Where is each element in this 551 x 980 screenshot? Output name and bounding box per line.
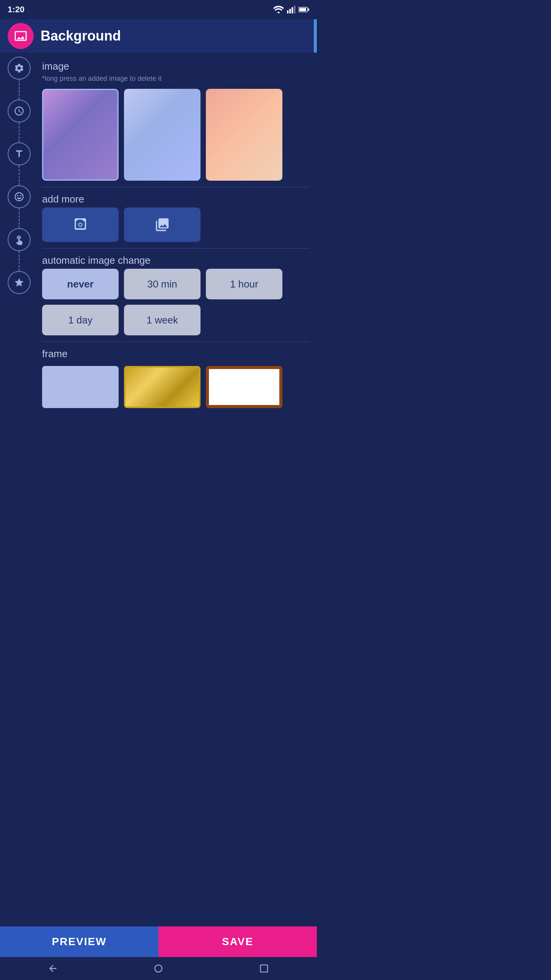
auto-change-title: automatic image change xyxy=(42,255,309,266)
svg-rect-0 xyxy=(287,10,289,13)
svg-rect-2 xyxy=(292,7,293,13)
image-grid xyxy=(42,89,309,181)
divider-1 xyxy=(42,187,309,187)
sidebar-item-text[interactable] xyxy=(8,142,31,165)
svg-rect-1 xyxy=(289,9,291,13)
frame-title: frame xyxy=(42,348,309,360)
interval-1day[interactable]: 1 day xyxy=(42,305,119,335)
interval-1hour[interactable]: 1 hour xyxy=(206,269,282,299)
sidebar xyxy=(0,53,38,469)
image-section-subtitle: *long press an added image to delete it xyxy=(42,75,309,83)
interval-1week[interactable]: 1 week xyxy=(124,305,201,335)
interval-never[interactable]: never xyxy=(42,269,119,299)
image-thumb-purple[interactable] xyxy=(42,89,119,181)
sidebar-item-emoji[interactable] xyxy=(8,185,31,208)
connector-1 xyxy=(19,80,20,100)
gallery-button[interactable] xyxy=(124,207,201,242)
svg-rect-3 xyxy=(294,6,295,13)
gallery-icon xyxy=(155,217,170,232)
divider-3 xyxy=(42,341,309,342)
page-title: Background xyxy=(41,28,121,44)
divider-2 xyxy=(42,248,309,248)
svg-rect-5 xyxy=(308,8,309,11)
frame-gold[interactable] xyxy=(124,366,201,408)
svg-rect-6 xyxy=(299,8,306,11)
emoji-icon xyxy=(14,191,24,202)
signal-icon xyxy=(287,6,295,13)
sidebar-item-clock[interactable] xyxy=(8,100,31,122)
frame-grid xyxy=(42,366,309,408)
status-icons xyxy=(273,6,309,13)
image-thumb-blue[interactable] xyxy=(124,89,201,181)
battery-icon xyxy=(298,7,309,13)
add-more-title: add more xyxy=(42,193,309,205)
add-more-row xyxy=(42,207,309,242)
scrollbar[interactable] xyxy=(314,19,317,53)
frame-none[interactable] xyxy=(42,366,119,408)
text-icon xyxy=(14,149,24,159)
frame-wood[interactable] xyxy=(206,366,282,408)
main-layout: image *long press an added image to dele… xyxy=(0,53,317,469)
gear-icon xyxy=(14,63,24,74)
status-time: 1:20 xyxy=(8,5,24,15)
sidebar-item-touch[interactable] xyxy=(8,228,31,251)
interval-30min[interactable]: 30 min xyxy=(124,269,201,299)
wifi-icon xyxy=(273,6,284,13)
connector-2 xyxy=(19,122,20,142)
interval-grid: never 30 min 1 hour 1 day 1 week xyxy=(42,269,309,335)
sidebar-item-star[interactable] xyxy=(8,271,31,294)
header-icon xyxy=(8,23,34,49)
image-thumb-pink[interactable] xyxy=(206,89,282,181)
camera-icon xyxy=(73,217,88,232)
connector-3 xyxy=(19,165,20,185)
connector-5 xyxy=(19,251,20,271)
header: Background xyxy=(0,19,317,53)
spacer xyxy=(42,408,309,469)
sidebar-item-settings[interactable] xyxy=(8,57,31,80)
camera-button[interactable] xyxy=(42,207,119,242)
star-icon xyxy=(14,277,24,288)
connector-4 xyxy=(19,208,20,228)
clock-icon xyxy=(14,106,24,116)
image-icon xyxy=(14,29,27,42)
touch-icon xyxy=(14,234,24,245)
status-bar: 1:20 xyxy=(0,0,317,19)
content-area: image *long press an added image to dele… xyxy=(38,53,317,469)
image-section-title: image xyxy=(42,60,309,72)
